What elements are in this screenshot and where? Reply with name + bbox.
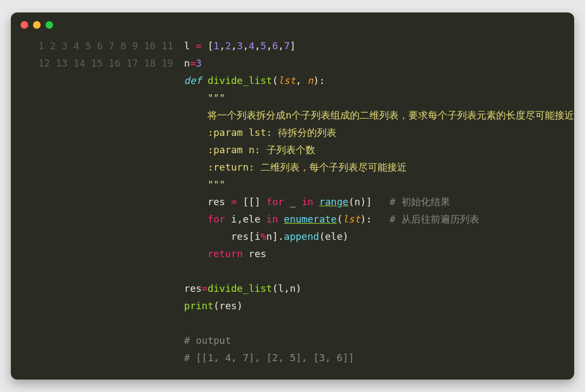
- line-number-gutter: 1 2 3 4 5 6 7 8 9 10 11 12 13 14 15 16 1…: [11, 37, 184, 367]
- maximize-icon[interactable]: [46, 21, 53, 29]
- code-area: 1 2 3 4 5 6 7 8 9 10 11 12 13 14 15 16 1…: [11, 33, 574, 380]
- close-icon[interactable]: [21, 21, 28, 29]
- code-content[interactable]: l = [1,2,3,4,5,6,7] n=3 def divide_list(…: [184, 37, 574, 367]
- code-window: 1 2 3 4 5 6 7 8 9 10 11 12 13 14 15 16 1…: [11, 12, 574, 380]
- window-titlebar: [11, 12, 574, 33]
- minimize-icon[interactable]: [33, 21, 41, 29]
